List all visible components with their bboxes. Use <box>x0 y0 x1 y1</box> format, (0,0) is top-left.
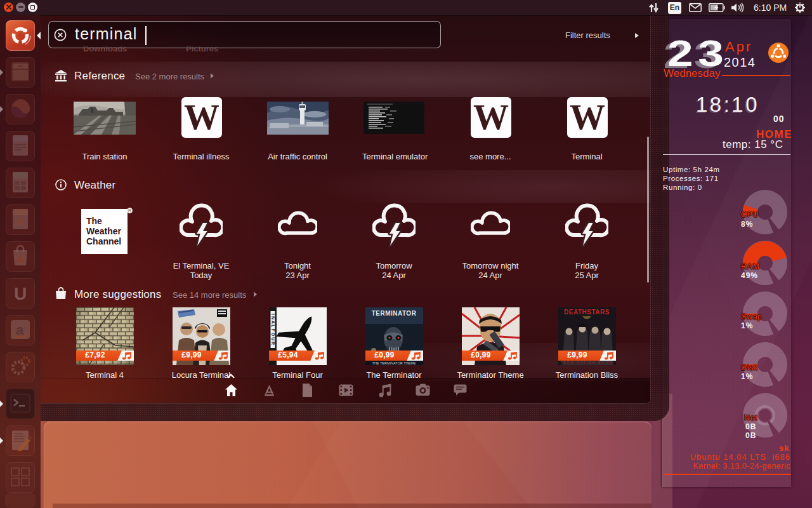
svg-text:U: U <box>14 284 27 304</box>
svg-text:THE TERMINATOR THEME: THE TERMINATOR THEME <box>372 361 416 365</box>
svg-text:I N A L F O U R: I N A L F O U R <box>271 314 275 345</box>
svg-text:TERMINATOR: TERMINATOR <box>372 310 417 317</box>
svg-text:a: a <box>16 322 24 338</box>
svg-text:DEATHSTARS: DEATHSTARS <box>564 309 610 316</box>
svg-text:TERMINATION BLISS: TERMINATION BLISS <box>560 361 613 364</box>
